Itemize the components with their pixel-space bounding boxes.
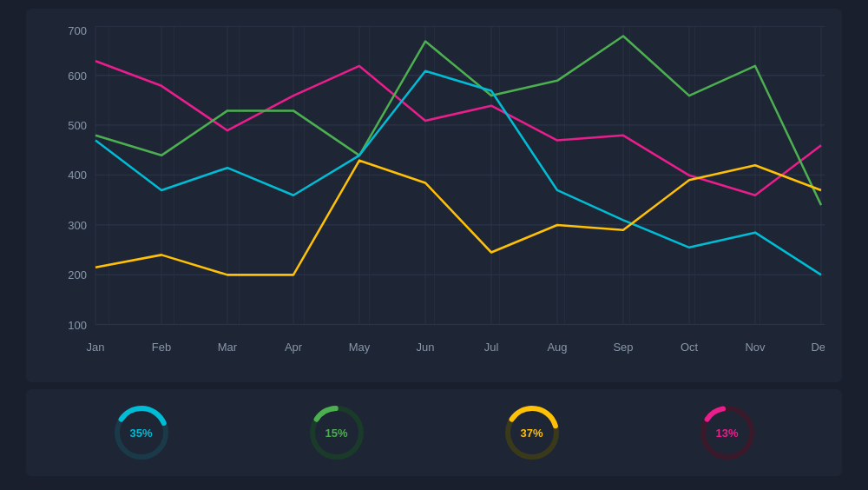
svg-text:500: 500	[68, 119, 87, 132]
pink-gauge-label: 13%	[715, 427, 738, 440]
svg-text:200: 200	[68, 268, 87, 281]
x-label-mar: Mar	[218, 341, 238, 354]
chart-area: 100 200 300 400 500 600 700	[43, 26, 825, 374]
pink-gauge-item: 13%	[697, 402, 758, 463]
x-label-jan: Jan	[87, 341, 105, 354]
line-chart: 100 200 300 400 500 600 700	[43, 26, 825, 374]
cyan-gauge-label: 35%	[129, 427, 152, 440]
x-label-jun: Jun	[417, 341, 435, 354]
svg-text:600: 600	[68, 69, 87, 82]
chart-container: 100 200 300 400 500 600 700	[26, 9, 842, 382]
x-label-nov: Nov	[745, 341, 766, 354]
svg-text:100: 100	[68, 319, 87, 332]
x-label-dec: Dec	[811, 341, 825, 354]
svg-text:700: 700	[68, 26, 87, 37]
yellow-gauge-item: 37%	[502, 402, 562, 463]
green-gauge-item: 15%	[306, 402, 367, 463]
cyan-gauge-item: 35%	[111, 402, 172, 463]
x-label-may: May	[349, 341, 371, 354]
x-label-sep: Sep	[613, 341, 633, 354]
yellow-gauge-label: 37%	[520, 427, 542, 440]
gauges-section: 35% 15% 37% 13%	[26, 389, 842, 476]
green-gauge-label: 15%	[325, 427, 347, 440]
svg-text:300: 300	[68, 219, 87, 232]
x-label-feb: Feb	[152, 341, 171, 354]
x-label-oct: Oct	[681, 341, 699, 354]
x-label-aug: Aug	[547, 341, 567, 354]
svg-text:400: 400	[68, 169, 87, 182]
x-label-apr: Apr	[285, 341, 303, 354]
x-label-jul: Jul	[484, 341, 499, 354]
